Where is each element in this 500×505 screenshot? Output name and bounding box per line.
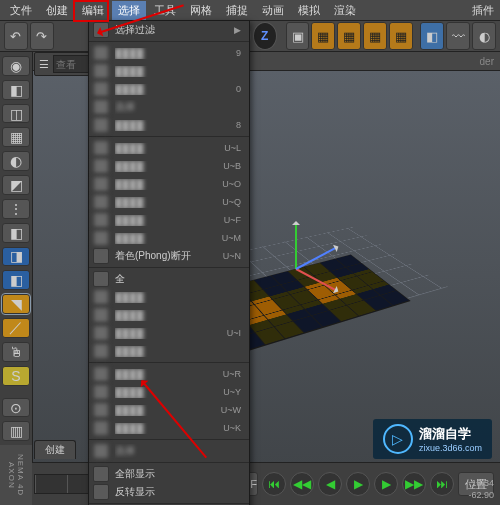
menu-item-5[interactable]: 选择 [89, 98, 249, 116]
model-mode-icon[interactable]: ◧ [2, 270, 30, 290]
menu-item-25[interactable]: ████U~K [89, 419, 249, 437]
checker-icon[interactable]: ▦ [2, 127, 30, 147]
menu-item-shortcut: U~Y [223, 387, 241, 397]
menu-item-3[interactable]: ████ [89, 62, 249, 80]
menu-item-shortcut: 9 [236, 48, 241, 58]
menu-item-icon [93, 230, 109, 246]
menu-item-17[interactable]: ████ [89, 288, 249, 306]
snap-icon[interactable]: S [2, 366, 30, 386]
menu-item-label: ████ [115, 48, 230, 59]
gradient-icon[interactable]: ◐ [2, 151, 30, 171]
menu-item-12[interactable]: ████U~F [89, 211, 249, 229]
menu-item-22[interactable]: ████U~R [89, 365, 249, 383]
menu-item-14[interactable]: 着色(Phong)断开U~N [89, 247, 249, 265]
menu-snap[interactable]: 捕捉 [220, 1, 254, 20]
film-icon[interactable]: ▦ [311, 22, 335, 50]
gizmo-y-axis[interactable] [295, 223, 297, 269]
live-select-icon[interactable]: ◉ [2, 56, 30, 76]
film-play-icon[interactable]: ▦ [363, 22, 387, 50]
render-view-icon[interactable]: ▣ [286, 22, 310, 50]
menu-item-shortcut: U~F [224, 215, 241, 225]
select-menu-dropdown: 选择过滤▶████9████████0选择████8████U~L████U~B… [88, 20, 250, 505]
menu-item-label: ████ [115, 161, 217, 172]
menu-item-10[interactable]: ████U~O [89, 175, 249, 193]
menu-item-label: ████ [115, 346, 235, 357]
menu-create[interactable]: 创建 [40, 1, 74, 20]
menu-item-label: ████ [115, 215, 218, 226]
left-toolbar: ◉ ◧ ◫ ▦ ◐ ◩ ⋮ ◧ ◨ ◧ ◥ ／ 🖱 S ⊙ ▥ ◫ [0, 52, 33, 465]
menu-item-29[interactable]: 全部显示 [89, 465, 249, 483]
menu-item-icon [93, 212, 109, 228]
menu-item-label: ████ [115, 423, 217, 434]
workplane-icon[interactable]: ▥ [2, 421, 30, 441]
poly-dark-icon[interactable]: ◧ [2, 223, 30, 243]
timeline-bar: 0 F 90 F ⏮ ◀◀ ◀ ▶ ▶ ▶▶ ⏭ 位置 [0, 462, 500, 505]
menu-item-8[interactable]: ████U~L [89, 139, 249, 157]
menu-item-30[interactable]: 反转显示 [89, 483, 249, 501]
cube-outline-icon[interactable]: ◫ [2, 104, 30, 124]
to-start-icon[interactable]: ⏮ [262, 472, 286, 496]
menu-animate[interactable]: 动画 [256, 1, 290, 20]
readout-line1: 18.34 [468, 477, 494, 489]
menu-simulate[interactable]: 模拟 [292, 1, 326, 20]
to-end-icon[interactable]: ⏭ [430, 472, 454, 496]
menu-item-label: ████ [115, 84, 230, 95]
menu-item-19[interactable]: ████U~I [89, 324, 249, 342]
cube-primitive-icon[interactable]: ◧ [420, 22, 444, 50]
menu-item-16[interactable]: 全 [89, 270, 249, 288]
menu-render[interactable]: 渲染 [328, 1, 362, 20]
menu-item-label: 全部显示 [115, 467, 235, 481]
menu-file[interactable]: 文件 [4, 1, 38, 20]
magnet-icon[interactable]: ⊙ [2, 398, 30, 418]
film-add-icon[interactable]: ▦ [337, 22, 361, 50]
redo-button[interactable]: ↷ [30, 22, 54, 50]
menu-item-4[interactable]: ████0 [89, 80, 249, 98]
enable-axis-icon[interactable]: ◨ [2, 247, 30, 267]
select-all-icon [93, 271, 109, 287]
menu-item-icon [93, 158, 109, 174]
menu-item-shortcut: U~K [223, 423, 241, 433]
menu-item-shortcut: U~I [227, 328, 241, 338]
menu-item-icon [93, 402, 109, 418]
menu-item-label: ████ [115, 66, 235, 77]
menu-item-label: ████ [115, 120, 230, 131]
film-range-icon[interactable]: ▦ [389, 22, 413, 50]
invert-show-icon [93, 484, 109, 500]
axis-z-toggle[interactable]: Z [253, 22, 277, 50]
menu-item-6[interactable]: ████8 [89, 116, 249, 134]
menu-mesh[interactable]: 网格 [184, 1, 218, 20]
edge-mode-icon[interactable]: ／ [2, 318, 30, 338]
play-icon[interactable]: ▶ [346, 472, 370, 496]
menu-item-2[interactable]: ████9 [89, 44, 249, 62]
menu-item-20[interactable]: ████ [89, 342, 249, 360]
undo-button[interactable]: ↶ [4, 22, 28, 50]
next-key-icon[interactable]: ▶▶ [402, 472, 426, 496]
menu-item-18[interactable]: ████ [89, 306, 249, 324]
brand-strip: NEMA 4D AXON [0, 445, 32, 505]
prev-key-icon[interactable]: ◀◀ [290, 472, 314, 496]
deformer-icon[interactable]: ◐ [472, 22, 496, 50]
menu-item-icon [93, 140, 109, 156]
vertex-icon[interactable]: ⋮ [2, 199, 30, 219]
menu-item-11[interactable]: ████U~Q [89, 193, 249, 211]
mouse-icon[interactable]: 🖱 [2, 342, 30, 362]
menu-item-27[interactable]: 选择 [89, 442, 249, 460]
readout-line2: -62.90 [468, 489, 494, 501]
menu-item-label: 选择 [115, 100, 235, 114]
spline-icon[interactable]: 〰 [446, 22, 470, 50]
tab-create[interactable]: 创建 [34, 440, 76, 459]
menu-item-0[interactable]: 选择过滤▶ [89, 21, 249, 39]
menu-edit[interactable]: 编辑 [76, 1, 110, 20]
menu-item-9[interactable]: ████U~B [89, 157, 249, 175]
next-frame-icon[interactable]: ▶ [374, 472, 398, 496]
polygon-mode-icon[interactable]: ◥ [2, 294, 30, 314]
prev-frame-icon[interactable]: ◀ [318, 472, 342, 496]
menu-item-24[interactable]: ████U~W [89, 401, 249, 419]
menu-item-13[interactable]: ████U~M [89, 229, 249, 247]
menu-plugins[interactable]: 插件 [466, 1, 500, 20]
menu-item-icon [93, 99, 109, 115]
cube-icon[interactable]: ◧ [2, 80, 30, 100]
texture-icon[interactable]: ◩ [2, 175, 30, 195]
menu-item-23[interactable]: ████U~Y [89, 383, 249, 401]
menu-select[interactable]: 选择 [112, 1, 146, 20]
